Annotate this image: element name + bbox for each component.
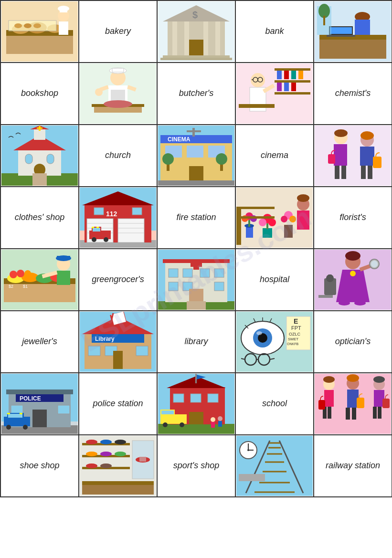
butchers-text: butcher's	[177, 86, 215, 101]
cell-railway-image	[236, 435, 314, 497]
svg-rect-246	[11, 405, 23, 414]
svg-point-13	[33, 23, 41, 28]
cell-shoppers-image	[314, 373, 392, 435]
svg-rect-258	[158, 424, 234, 434]
svg-rect-186	[214, 269, 224, 277]
svg-rect-59	[291, 71, 296, 79]
bakery-text: bakery	[103, 24, 133, 39]
svg-rect-293	[378, 407, 381, 419]
svg-point-12	[24, 23, 32, 28]
cell-bakery-image	[1, 1, 79, 63]
svg-rect-109	[368, 166, 372, 179]
cell-butchers-label: butcher's	[158, 63, 236, 125]
svg-rect-247	[58, 405, 70, 414]
cell-shoe-shop-label: shoe shop	[1, 435, 79, 497]
svg-text:$2: $2	[9, 284, 13, 289]
svg-text:112: 112	[106, 210, 117, 218]
svg-rect-60	[298, 71, 303, 79]
svg-rect-58	[284, 71, 289, 79]
svg-rect-248	[32, 410, 47, 427]
cell-police-label: police station	[79, 373, 158, 435]
svg-point-147	[268, 219, 276, 226]
svg-rect-212	[88, 346, 100, 356]
svg-rect-254	[7, 413, 10, 414]
svg-point-95	[162, 153, 174, 165]
svg-point-52	[104, 100, 132, 108]
opticians-text: optician's	[333, 334, 372, 349]
svg-rect-292	[373, 407, 377, 419]
svg-rect-286	[346, 408, 350, 420]
svg-point-305	[115, 452, 126, 456]
cell-butcher-image	[79, 63, 158, 125]
cell-cinema-label: cinema	[236, 125, 314, 187]
svg-point-274	[218, 416, 222, 421]
svg-point-166	[10, 271, 17, 278]
cell-greengrocer-label: greengrocer's	[79, 249, 158, 311]
svg-rect-90	[187, 130, 201, 132]
svg-rect-103	[328, 154, 335, 164]
svg-rect-41	[112, 68, 124, 72]
cell-church-image	[1, 125, 79, 187]
svg-rect-287	[352, 408, 356, 420]
svg-point-151	[281, 216, 287, 222]
cinema-text: cinema	[259, 148, 290, 163]
greengrocer-text: greengrocer's	[90, 272, 146, 287]
svg-rect-171	[57, 256, 70, 260]
church-text: church	[103, 148, 133, 163]
svg-rect-185	[200, 269, 210, 277]
svg-rect-7	[59, 21, 68, 35]
cell-opticians-label: optician's	[314, 311, 392, 373]
svg-rect-1	[6, 35, 73, 54]
bank-text: bank	[263, 24, 286, 39]
svg-point-154	[297, 194, 309, 202]
svg-rect-183	[169, 269, 178, 277]
svg-rect-20	[203, 21, 208, 56]
svg-point-133	[104, 237, 108, 242]
svg-rect-55	[275, 80, 310, 83]
svg-rect-81	[47, 154, 54, 164]
svg-rect-311	[82, 481, 154, 485]
svg-point-252	[6, 425, 11, 430]
cell-jeweller-label: jeweller's	[1, 311, 79, 373]
svg-rect-25	[160, 58, 232, 60]
svg-rect-149	[284, 225, 293, 238]
cell-greengrocer-image: $2 $1	[1, 249, 79, 311]
svg-rect-158	[236, 216, 275, 219]
svg-rect-160	[4, 283, 75, 302]
svg-rect-99	[158, 180, 234, 186]
svg-rect-126	[94, 208, 104, 215]
railway-station-text: railway station	[324, 458, 382, 473]
svg-point-272	[211, 417, 215, 422]
svg-rect-28	[319, 40, 386, 59]
hospital-text: hospital	[258, 272, 291, 287]
svg-text:$1: $1	[23, 284, 28, 289]
svg-point-201	[354, 301, 366, 305]
svg-point-97	[216, 153, 227, 165]
shoe-shop-text: shoe shop	[18, 458, 61, 473]
svg-rect-131	[93, 228, 100, 232]
svg-rect-155	[297, 211, 309, 230]
svg-point-146	[259, 219, 266, 226]
svg-rect-22	[189, 40, 203, 56]
svg-text:SMET: SMET	[288, 337, 298, 341]
cell-optician-image: E FPT OZLC SMET ONKFB	[236, 311, 314, 373]
cell-bank-image: $	[158, 1, 236, 63]
svg-rect-54	[275, 68, 310, 71]
chemists-text: chemist's	[333, 86, 372, 101]
cell-shopper-image	[314, 249, 392, 311]
svg-rect-24	[163, 55, 230, 58]
svg-rect-265	[208, 394, 218, 402]
cell-clothes-label: clothes' shop	[1, 187, 79, 249]
cell-library-label: library	[158, 311, 236, 373]
svg-rect-134	[92, 227, 94, 228]
cell-school-image	[158, 373, 236, 435]
svg-text:POLICE: POLICE	[20, 395, 41, 402]
svg-rect-148	[266, 223, 268, 229]
svg-rect-189	[214, 282, 224, 291]
svg-text:E: E	[294, 317, 298, 325]
svg-text:Library: Library	[95, 336, 115, 342]
svg-rect-56	[275, 92, 310, 95]
cell-church-label: church	[79, 125, 158, 187]
cell-school-label: school	[236, 373, 314, 435]
svg-rect-110	[373, 157, 381, 168]
